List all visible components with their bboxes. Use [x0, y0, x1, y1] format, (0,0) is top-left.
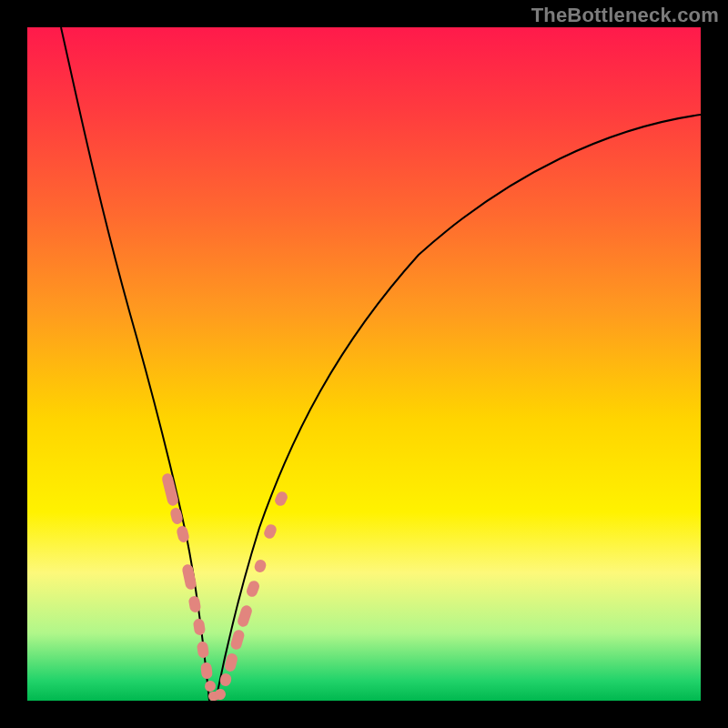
- svg-rect-14: [237, 604, 254, 629]
- svg-rect-1: [169, 507, 184, 525]
- svg-rect-18: [273, 490, 289, 508]
- curve-layer: [27, 27, 701, 701]
- watermark-text: TheBottleneck.com: [531, 4, 719, 27]
- svg-rect-8: [204, 680, 216, 692]
- svg-rect-17: [262, 522, 278, 540]
- svg-rect-13: [229, 629, 246, 651]
- svg-rect-15: [245, 579, 260, 598]
- svg-rect-6: [197, 641, 209, 658]
- right-curve: [216, 115, 701, 701]
- left-curve: [61, 27, 209, 701]
- chart-frame: TheBottleneck.com: [0, 0, 728, 728]
- svg-rect-5: [193, 618, 207, 636]
- svg-rect-3: [181, 563, 197, 591]
- right-markers: [214, 490, 289, 701]
- plot-area: [27, 27, 701, 701]
- svg-rect-7: [200, 662, 213, 679]
- svg-rect-16: [253, 558, 268, 573]
- left-markers: [161, 472, 220, 701]
